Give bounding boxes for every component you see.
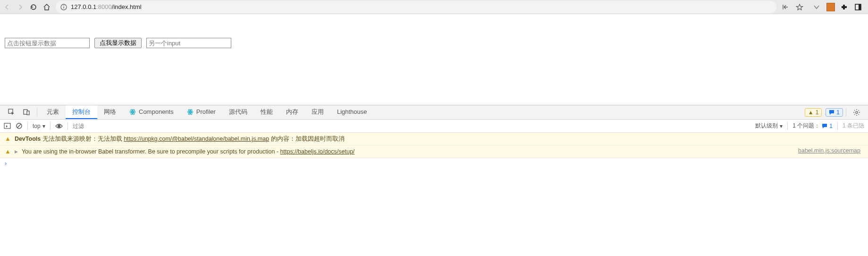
hidden-count-label: 1 条已隐 <box>843 122 864 130</box>
issues-info-count: 1 <box>829 123 833 129</box>
url-port: :8000 <box>96 3 112 10</box>
svg-line-19 <box>17 124 21 128</box>
log-level-label: 默认级别 <box>755 122 778 130</box>
log-message: You are using the in-browser Babel trans… <box>22 147 794 156</box>
chevron-down-icon: ▾ <box>42 123 45 129</box>
console-toolbar: top ▾ 默认级别 ▾ 1 个问题： 1 1 条已隐 <box>0 119 868 133</box>
page-body: 点我显示数据 <box>0 14 868 48</box>
chevron-down-icon: ▾ <box>780 123 783 129</box>
show-data-button[interactable]: 点我显示数据 <box>94 38 142 48</box>
log-link[interactable]: https://unpkg.com/@babel/standalone/babe… <box>124 136 269 142</box>
svg-point-12 <box>189 111 191 112</box>
console-sidebar-toggle-icon[interactable] <box>4 122 11 129</box>
tab-memory[interactable]: 内存 <box>279 105 305 119</box>
chevron-right-icon: › <box>5 160 7 167</box>
warning-icon: ▲ <box>5 147 11 156</box>
url-host: 127.0.0.1 <box>71 3 96 10</box>
tab-components-label: Components <box>139 108 174 115</box>
site-info-icon[interactable] <box>60 4 67 10</box>
expand-icon[interactable]: ▶ <box>15 147 18 156</box>
svg-rect-4 <box>859 4 861 10</box>
tab-components[interactable]: Components <box>123 105 180 119</box>
tab-performance[interactable]: 性能 <box>254 105 279 119</box>
console-log-row[interactable]: ▲ ▶ You are using the in-browser Babel t… <box>0 145 868 158</box>
filter-input[interactable] <box>73 121 751 131</box>
context-selector[interactable]: top ▾ <box>33 123 45 129</box>
log-source-link[interactable]: babel.min.js:sourcemap <box>798 147 863 154</box>
toolbar-right <box>781 3 865 11</box>
svg-rect-7 <box>27 111 29 115</box>
info-count: 1 <box>836 109 840 116</box>
forward-button[interactable] <box>16 3 25 11</box>
svg-rect-1 <box>63 7 64 9</box>
window-panel-icon[interactable] <box>854 3 862 11</box>
issues-button[interactable]: 1 个问题： 1 <box>792 122 833 130</box>
log-message: DevTools 无法加载来源映射：无法加载 https://unpkg.com… <box>15 135 863 143</box>
url-path: /index.html <box>112 3 142 10</box>
log-level-selector[interactable]: 默认级别 ▾ <box>755 122 783 130</box>
reload-button[interactable] <box>29 3 38 11</box>
message-icon <box>829 110 834 115</box>
tab-elements[interactable]: 元素 <box>40 105 66 119</box>
home-button[interactable] <box>42 3 51 11</box>
another-input[interactable] <box>146 38 231 48</box>
tab-application[interactable]: 应用 <box>305 105 330 119</box>
warnings-count: 1 <box>816 109 819 116</box>
chevron-down-icon[interactable] <box>812 3 821 11</box>
clear-console-icon[interactable] <box>16 122 23 129</box>
profile-avatar-icon[interactable] <box>826 3 835 11</box>
live-expression-icon[interactable] <box>55 123 63 129</box>
issues-label: 1 个问题： <box>792 122 820 130</box>
console-body: ▲ DevTools 无法加载来源映射：无法加载 https://unpkg.c… <box>0 133 868 256</box>
devtools-panel: 元素 控制台 网络 Components Profiler 源代码 性能 内存 … <box>0 105 868 256</box>
svg-point-20 <box>58 125 60 128</box>
tab-network[interactable]: 网络 <box>97 105 123 119</box>
log-link[interactable]: https://babeljs.io/docs/setup/ <box>280 148 355 155</box>
svg-point-16 <box>856 111 858 113</box>
info-badge[interactable]: 1 <box>826 108 843 117</box>
warnings-badge[interactable]: ▲ 1 <box>805 108 822 117</box>
back-button[interactable] <box>3 3 11 11</box>
context-label: top <box>33 123 41 129</box>
console-log-row[interactable]: ▲ DevTools 无法加载来源映射：无法加载 https://unpkg.c… <box>0 133 868 145</box>
svg-rect-2 <box>63 5 64 6</box>
warning-icon: ▲ <box>808 109 814 116</box>
warning-icon: ▲ <box>5 135 11 143</box>
svg-rect-17 <box>4 123 10 128</box>
address-bar[interactable]: 127.0.0.1:8000/index.html <box>56 1 776 13</box>
share-icon[interactable] <box>781 3 790 11</box>
inspect-element-icon[interactable] <box>4 105 19 119</box>
bookmark-star-icon[interactable] <box>795 3 804 11</box>
devtools-tabstrip: 元素 控制台 网络 Components Profiler 源代码 性能 内存 … <box>0 105 868 119</box>
tab-lighthouse[interactable]: Lighthouse <box>330 105 374 119</box>
svg-point-8 <box>132 111 134 112</box>
browser-toolbar: 127.0.0.1:8000/index.html <box>0 0 868 14</box>
settings-gear-icon[interactable] <box>849 105 864 119</box>
tab-console[interactable]: 控制台 <box>66 105 97 119</box>
device-toolbar-icon[interactable] <box>19 105 34 119</box>
data-display-input[interactable] <box>5 38 90 48</box>
console-prompt[interactable]: › <box>0 158 868 169</box>
tab-profiler-label: Profiler <box>196 108 216 115</box>
message-icon <box>822 123 827 129</box>
url-text: 127.0.0.1:8000/index.html <box>71 3 142 10</box>
tab-profiler[interactable]: Profiler <box>180 105 222 119</box>
tab-sources[interactable]: 源代码 <box>222 105 254 119</box>
extensions-icon[interactable] <box>841 3 848 11</box>
